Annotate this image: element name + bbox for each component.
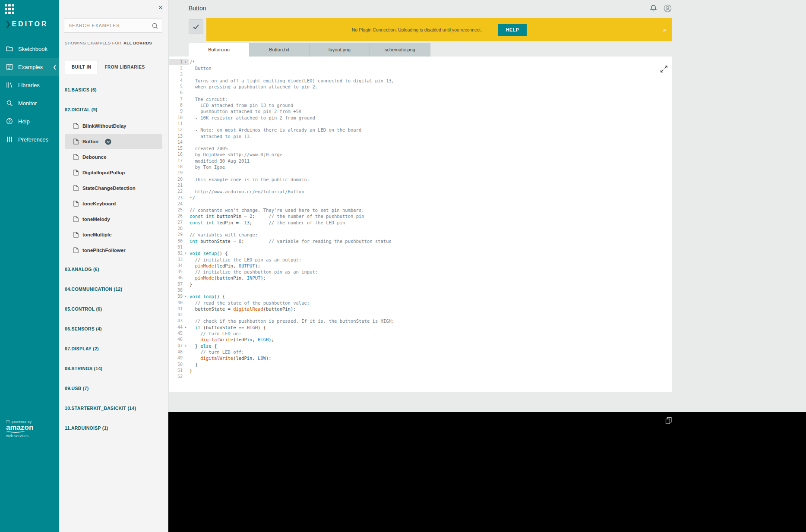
tab-built-in[interactable]: BUILT IN bbox=[65, 60, 98, 74]
example-item-statechangedetection[interactable]: StateChangeDetection bbox=[65, 180, 162, 196]
example-item-tonemultiple[interactable]: toneMultiple bbox=[65, 227, 162, 242]
code-line[interactable]: 12 - Note: on most Arduinos there is alr… bbox=[169, 127, 672, 133]
code-line[interactable]: 2 Button bbox=[169, 65, 672, 71]
category-06-sensors-4[interactable]: 06.SENSORS (4) bbox=[65, 320, 162, 337]
category-07-display-2[interactable]: 07.DISPLAY (2) bbox=[65, 340, 162, 357]
verify-button[interactable] bbox=[189, 19, 203, 34]
category-09-usb-7[interactable]: 09.USB (7) bbox=[65, 380, 162, 397]
example-item-blinkwithoutdelay[interactable]: BlinkWithoutDelay bbox=[65, 118, 162, 134]
code-line[interactable]: 35 // initialize the pushbutton pin as a… bbox=[169, 269, 672, 275]
code-line[interactable]: 27const int ledPin = 13; // the number o… bbox=[169, 220, 672, 226]
code-line[interactable]: 21 bbox=[169, 183, 672, 189]
code-line[interactable]: 22 http://www.arduino.cc/en/Tutorial/But… bbox=[169, 189, 672, 195]
category-03-analog-6[interactable]: 03.ANALOG (6) bbox=[65, 261, 162, 278]
fold-toggle-icon[interactable]: ▾ bbox=[183, 293, 189, 299]
apps-grid-icon[interactable] bbox=[5, 4, 14, 14]
code-line[interactable]: 20 This example code is in the public do… bbox=[169, 176, 672, 183]
panel-close-icon[interactable]: × bbox=[158, 3, 163, 12]
code-line[interactable]: 23*/ bbox=[169, 195, 672, 201]
code-line[interactable]: 17 modified 30 Aug 2011 bbox=[169, 158, 672, 164]
notifications-bell-icon[interactable] bbox=[649, 4, 658, 13]
sidebar-item-libraries[interactable]: Libraries bbox=[0, 76, 59, 94]
code-line[interactable]: 30int buttonState = 0; // variable for r… bbox=[169, 238, 672, 244]
code-line[interactable]: 15 created 2005 bbox=[169, 145, 672, 151]
code-line[interactable]: 19 bbox=[169, 170, 672, 176]
code-line[interactable]: 5 when pressing a pushbutton attached to… bbox=[169, 84, 672, 90]
code-line[interactable]: 37} bbox=[169, 281, 672, 287]
code-line[interactable]: 52 bbox=[169, 374, 672, 380]
banner-close-icon[interactable]: × bbox=[663, 26, 667, 33]
code-line[interactable]: 7 The circuit: bbox=[169, 96, 672, 102]
file-tab-button-txt[interactable]: Button.txt bbox=[249, 43, 310, 57]
code-line[interactable]: 13 attached to pin 13. bbox=[169, 133, 672, 139]
category-04-communication-12[interactable]: 04.COMMUNICATION (12) bbox=[65, 280, 162, 298]
file-tab-layout-png[interactable]: layout.png bbox=[310, 43, 370, 57]
sidebar-item-help[interactable]: Help bbox=[0, 112, 59, 130]
code-line[interactable]: 33 // initialize the LED pin as an outpu… bbox=[169, 257, 672, 263]
example-item-tonepitchfollower[interactable]: tonePitchFollower bbox=[65, 242, 162, 258]
fullscreen-expand-icon[interactable] bbox=[660, 65, 668, 73]
code-line[interactable]: 47▾ } else { bbox=[169, 343, 672, 349]
copy-output-icon[interactable] bbox=[665, 416, 673, 424]
code-line[interactable]: 16 by DojoDave <http://www.0j0.org> bbox=[169, 151, 672, 157]
code-line[interactable]: 39▾void loop() { bbox=[169, 293, 672, 299]
code-line[interactable]: 11 bbox=[169, 121, 672, 127]
code-line[interactable]: 48 // turn LED off: bbox=[169, 349, 672, 355]
tab-from-libraries[interactable]: FROM LIBRARIES bbox=[98, 60, 151, 74]
code-line[interactable]: 18 by Tom Igoe bbox=[169, 164, 672, 170]
output-console[interactable] bbox=[168, 412, 806, 532]
example-item-debounce[interactable]: Debounce bbox=[65, 149, 162, 165]
fold-toggle-icon[interactable]: ▾ bbox=[183, 59, 189, 65]
code-line[interactable]: 50 } bbox=[169, 362, 672, 368]
file-tab-schematic-png[interactable]: schematic.png bbox=[370, 43, 430, 57]
code-line[interactable]: 46 digitalWrite(ledPin, HIGH); bbox=[169, 337, 672, 343]
fold-toggle-icon[interactable]: ▾ bbox=[183, 343, 189, 349]
code-editor[interactable]: 1▾/*2 Button34 Turns on and off a light … bbox=[169, 57, 672, 392]
code-line[interactable]: 8 - LED attached from pin 13 to ground bbox=[169, 102, 672, 108]
code-line[interactable]: 49 digitalWrite(ledPin, LOW); bbox=[169, 355, 672, 361]
category-11-arduinoisp-1[interactable]: 11.ARDUINOISP (1) bbox=[65, 419, 162, 437]
code-line[interactable]: 29// variables will change: bbox=[169, 232, 672, 238]
code-line[interactable]: 43 // check if the pushbutton is pressed… bbox=[169, 318, 672, 324]
code-line[interactable]: 6 bbox=[169, 90, 672, 96]
category-02-digital-9[interactable]: 02.DIGITAL (9) bbox=[65, 101, 162, 118]
sidebar-item-sketchbook[interactable]: Sketchbook bbox=[0, 40, 59, 58]
code-line[interactable]: 51} bbox=[169, 368, 672, 374]
code-line[interactable]: 25// constants won't change. They're use… bbox=[169, 207, 672, 213]
example-item-button[interactable]: Button bbox=[65, 134, 162, 149]
code-line[interactable]: 28 bbox=[169, 226, 672, 232]
code-line[interactable]: 40 // read the state of the pushbutton v… bbox=[169, 300, 672, 306]
code-line[interactable]: 9 - pushbutton attached to pin 2 from +5… bbox=[169, 108, 672, 114]
code-line[interactable]: 32▾void setup() { bbox=[169, 250, 672, 256]
code-line[interactable]: 38 bbox=[169, 287, 672, 293]
code-line[interactable]: 1▾/* bbox=[169, 59, 672, 65]
category-01-basics-6[interactable]: 01.BASICS (6) bbox=[65, 81, 162, 98]
fold-toggle-icon[interactable]: ▾ bbox=[183, 250, 189, 256]
category-08-strings-14[interactable]: 08.STRINGS (14) bbox=[65, 360, 162, 377]
category-10-starterkit-basickit-14[interactable]: 10.STARTERKIT_BASICKIT (14) bbox=[65, 400, 162, 417]
user-profile-icon[interactable] bbox=[663, 4, 672, 13]
category-05-control-6[interactable]: 05.CONTROL (6) bbox=[65, 300, 162, 318]
example-item-tonekeyboard[interactable]: toneKeyboard bbox=[65, 196, 162, 211]
collapse-panel-icon[interactable]: ❮ bbox=[53, 65, 57, 69]
code-line[interactable]: 4 Turns on and off a light emitting diod… bbox=[169, 78, 672, 84]
search-input[interactable] bbox=[64, 19, 162, 32]
code-line[interactable]: 45 // turn LED on: bbox=[169, 331, 672, 337]
code-line[interactable]: 10 - 10K resistor attached to pin 2 from… bbox=[169, 115, 672, 121]
code-line[interactable]: 34 pinMode(ledPin, OUTPUT); bbox=[169, 263, 672, 269]
sidebar-item-examples[interactable]: Examples❮ bbox=[0, 58, 59, 76]
file-tab-button-ino[interactable]: Button.ino bbox=[189, 43, 249, 57]
code-line[interactable]: 41 buttonState = digitalRead(buttonPin); bbox=[169, 306, 672, 312]
code-line[interactable]: 42 bbox=[169, 312, 672, 318]
search-icon[interactable] bbox=[152, 22, 158, 29]
sidebar-item-monitor[interactable]: Monitor bbox=[0, 94, 59, 112]
fold-toggle-icon[interactable]: ▾ bbox=[183, 324, 189, 331]
code-line[interactable]: 36 pinMode(buttonPin, INPUT); bbox=[169, 275, 672, 281]
code-line[interactable]: 31 bbox=[169, 244, 672, 250]
code-line[interactable]: 24 bbox=[169, 201, 672, 207]
code-line[interactable]: 14 bbox=[169, 139, 672, 145]
example-item-tonemelody[interactable]: toneMelody bbox=[65, 211, 162, 227]
code-line[interactable]: 26const int buttonPin = 2; // the number… bbox=[169, 213, 672, 219]
example-item-digitalinputpullup[interactable]: DigitalInputPullup bbox=[65, 165, 162, 180]
code-line[interactable]: 44▾ if (buttonState == HIGH) { bbox=[169, 324, 672, 331]
